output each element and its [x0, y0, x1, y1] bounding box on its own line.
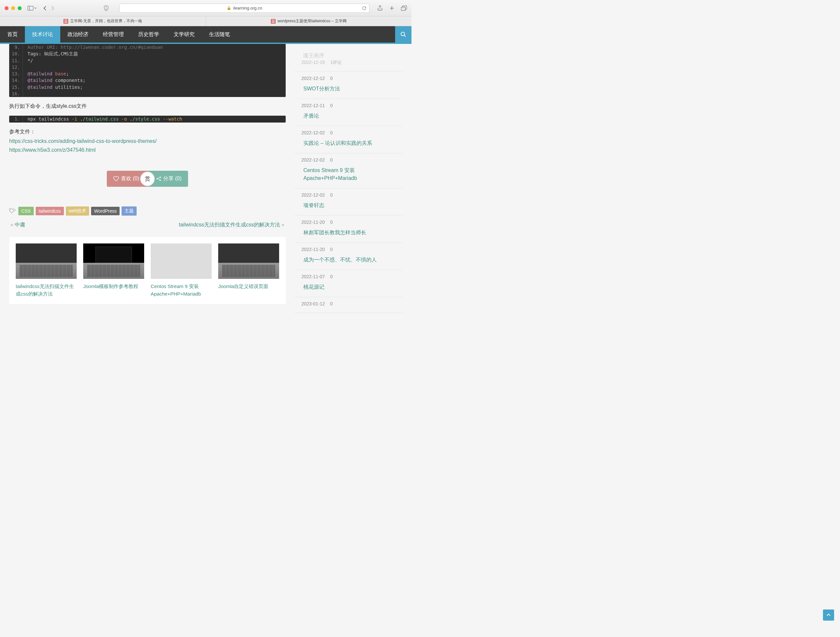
sidebar-post[interactable]: 2022-12-120SWOT分析方法 [294, 72, 402, 99]
related-title: Joomla自定义错误页面 [218, 283, 279, 290]
sidebar-post[interactable]: 2022-12-020实践论 – 论认识和实践的关系 [294, 126, 402, 153]
forward-icon[interactable] [51, 6, 54, 11]
svg-rect-0 [28, 6, 33, 10]
favicon-icon [271, 19, 276, 24]
sidebar-post-title: 成为一个不惑、不忧、不惧的人 [294, 252, 402, 264]
back-icon[interactable] [43, 6, 47, 11]
sidebar-post-meta: 2022-12-120 [294, 76, 402, 81]
related-title: tailwindcss无法扫描文件生成css的解决方法 [16, 283, 77, 297]
next-post-link[interactable]: tailwindcss无法扫描文件生成css的解决方法» [179, 221, 286, 228]
related-title: Joomla模板制作参考教程 [83, 283, 144, 290]
action-buttons: 喜欢 (0) 分享 (0) 赏 [9, 171, 286, 187]
sidebar-post[interactable]: 2022-12-110矛盾论 [294, 99, 402, 126]
main-content: 9.Author URI: http://liwenan.coder.org.c… [9, 44, 286, 313]
related-post[interactable]: Joomla模板制作参考教程 [83, 243, 144, 297]
url-text: ilearning.org.cn [233, 6, 262, 11]
svg-point-8 [159, 180, 161, 181]
sidebar-post-meta: 2022-11-200 [294, 220, 402, 225]
sidebar-post-title: 桃花源记 [294, 279, 402, 291]
sidebar-post[interactable]: 2022-11-200林彪军团长教我怎样当师长 [294, 216, 402, 243]
tag-link[interactable]: 主题 [122, 206, 137, 216]
reward-button[interactable]: 赏 [140, 172, 155, 186]
chevron-right-icon: » [281, 222, 284, 228]
minimize-window-icon[interactable] [11, 6, 15, 10]
tags-row: CSStailwindcssweb技术WordPress主题 [9, 206, 286, 216]
browser-toolbar: 🔒 ilearning.org.cn [0, 0, 412, 16]
paragraph: 执行如下命令，生成style.css文件 [9, 103, 286, 110]
browser-tab[interactable]: wordpress主题使用tailwindcss – 立学网 [206, 16, 412, 26]
tag-link[interactable]: web技术 [66, 206, 90, 216]
related-post[interactable]: Joomla自定义错误页面 [218, 243, 279, 297]
sidebar-post[interactable]: 2022-12-020Centos Stream 9 安装Apache+PHP+… [294, 153, 402, 188]
nav-item[interactable]: 首页 [0, 26, 25, 43]
sidebar-post-title: 项脊轩志 [294, 198, 402, 209]
close-window-icon[interactable] [5, 6, 8, 10]
related-post[interactable]: Centos Stream 9 安装Apache+PHP+Mariadb [151, 243, 212, 297]
nav-item[interactable]: 历史哲学 [131, 26, 166, 43]
sidebar-post-meta: 2022-12-110 [294, 103, 402, 108]
reference-link[interactable]: https://www.h5w3.com/z/347546.html [9, 145, 286, 154]
svg-point-6 [159, 177, 161, 178]
sidebar-post-title: SWOT分析方法 [294, 81, 402, 93]
heart-icon [113, 176, 119, 181]
prev-post-link[interactable]: «中庸 [9, 221, 25, 228]
lock-icon: 🔒 [227, 6, 231, 10]
sidebar-post-meta: 2022-12-020 [294, 130, 402, 135]
sidebar-post[interactable]: 隆王阁序2022-12-191评论 [294, 44, 402, 72]
code-block: 9.Author URI: http://liwenan.coder.org.c… [9, 44, 286, 97]
nav-item[interactable]: 经营管理 [96, 26, 131, 43]
sidebar-post-title: Centos Stream 9 安装Apache+PHP+Mariadb [294, 163, 402, 182]
sidebar-post[interactable]: 2023-01-120 [294, 297, 402, 313]
sidebar-post-meta: 2022-12-191评论 [294, 60, 402, 66]
nav-item[interactable]: 技术讨论 [25, 26, 60, 43]
tag-link[interactable]: WordPress [91, 207, 120, 215]
new-tab-icon[interactable] [389, 5, 395, 11]
privacy-shield-icon[interactable] [104, 5, 109, 11]
nav-item[interactable]: 文学研究 [166, 26, 202, 43]
maximize-window-icon[interactable] [18, 6, 22, 10]
tag-link[interactable]: tailwindcss [36, 207, 64, 215]
sidebar-post-meta: 2022-11-200 [294, 247, 402, 252]
reference-link[interactable]: https://css-tricks.com/adding-tailwind-c… [9, 137, 286, 145]
sidebar-post-meta: 2022-12-020 [294, 157, 402, 163]
svg-line-5 [404, 35, 406, 37]
related-thumbnail [83, 243, 144, 279]
main-nav: 首页技术讨论政治经济经营管理历史哲学文学研究生活随笔 [0, 26, 412, 43]
related-post[interactable]: tailwindcss无法扫描文件生成css的解决方法 [16, 243, 77, 297]
related-title: Centos Stream 9 安装Apache+PHP+Mariadb [151, 283, 212, 297]
sidebar-post[interactable]: 2022-11-070桃花源记 [294, 270, 402, 297]
paragraph: 参考文件： [9, 128, 286, 135]
tag-link[interactable]: CSS [18, 207, 34, 215]
svg-rect-3 [401, 7, 406, 11]
sidebar-post-title: 实践论 – 论认识和实践的关系 [294, 135, 402, 147]
related-posts: tailwindcss无法扫描文件生成css的解决方法Joomla模板制作参考教… [9, 237, 286, 304]
sidebar-post-meta: 2022-12-020 [294, 192, 402, 198]
share-post-icon [156, 176, 161, 181]
favicon-icon [63, 19, 68, 24]
sidebar-toggle-icon[interactable] [27, 6, 37, 11]
nav-item[interactable]: 生活随笔 [202, 26, 237, 43]
window-controls [5, 6, 22, 10]
sidebar-post-meta: 2023-01-120 [294, 301, 402, 307]
sidebar: 隆王阁序2022-12-191评论2022-12-120SWOT分析方法2022… [294, 44, 402, 313]
related-thumbnail [151, 243, 212, 279]
search-button[interactable] [395, 26, 412, 43]
browser-tabs: 立学网-无畏，开阔，包容世界，不拘一格 wordpress主题使用tailwin… [0, 16, 412, 26]
browser-tab[interactable]: 立学网-无畏，开阔，包容世界，不拘一格 [0, 16, 206, 26]
sidebar-post-title: 矛盾论 [294, 108, 402, 120]
nav-item[interactable]: 政治经济 [60, 26, 96, 43]
sidebar-post[interactable]: 2022-11-200成为一个不惑、不忧、不惧的人 [294, 243, 402, 270]
reload-icon[interactable] [362, 6, 366, 11]
address-bar[interactable]: 🔒 ilearning.org.cn [119, 3, 369, 13]
post-navigation: «中庸 tailwindcss无法扫描文件生成css的解决方法» [9, 221, 286, 228]
sidebar-post[interactable]: 2022-12-020项脊轩志 [294, 188, 402, 216]
chevron-left-icon: « [11, 222, 13, 228]
share-icon[interactable] [377, 5, 383, 11]
sidebar-post-title: 林彪军团长教我怎样当师长 [294, 225, 402, 237]
svg-point-9 [10, 209, 11, 210]
svg-point-7 [156, 178, 158, 180]
related-thumbnail [16, 243, 77, 279]
tabs-overview-icon[interactable] [401, 5, 407, 11]
tags-icon [9, 209, 16, 213]
code-block: 1.npx tailwindcss -i ./tailwind.css -o .… [9, 116, 286, 122]
